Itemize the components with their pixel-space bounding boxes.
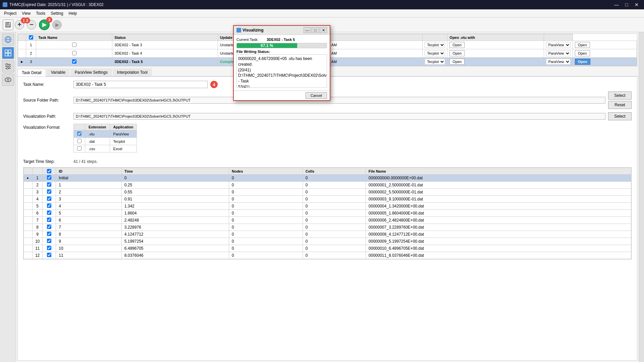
dialog-controls: — □ ✕ [304, 27, 327, 33]
source-folder-input[interactable] [73, 97, 605, 104]
data-check-cell-2[interactable] [43, 189, 56, 196]
data-check-cell-11[interactable] [43, 252, 56, 259]
data-cb-1[interactable] [47, 182, 51, 187]
dat-app-select-1[interactable]: Tecplot [425, 50, 445, 56]
tab-variable[interactable]: Variable [47, 68, 70, 76]
menu-tools[interactable]: Tools [33, 10, 48, 16]
format-check-1[interactable] [74, 138, 85, 145]
row-dat-open-0[interactable]: Open [447, 41, 544, 49]
maximize-button[interactable]: □ [622, 1, 631, 8]
format-table: Extension Application .vtu ParaView .dat… [73, 124, 137, 153]
open-dat-btn-2[interactable]: Open [449, 59, 465, 65]
task-name-input[interactable] [73, 81, 208, 88]
open-vtu-btn-1[interactable]: Open [575, 50, 590, 56]
select-all-checkbox[interactable] [29, 35, 33, 40]
data-cb-9[interactable] [47, 239, 51, 243]
data-filename-2: 00000002_5.5000000E-01.dat [366, 189, 631, 196]
dialog-minimize-button[interactable]: — [304, 27, 311, 33]
data-cb-2[interactable] [47, 189, 51, 194]
viz-path-input[interactable] [73, 113, 605, 120]
close-button[interactable]: ✕ [632, 1, 641, 8]
row-dat-select-1[interactable]: Tecplot [423, 49, 447, 58]
vtu-app-select-2[interactable]: ParaView [546, 59, 571, 65]
reset-button[interactable]: Reset [608, 101, 632, 109]
data-arrow-10 [24, 245, 33, 252]
data-check-cell-7[interactable] [43, 224, 56, 231]
data-check-cell-8[interactable] [43, 231, 56, 238]
select-viz-path-button[interactable]: Select [608, 112, 632, 120]
vtu-app-select-1[interactable]: ParaView [546, 50, 571, 56]
sidebar-icon-2[interactable] [2, 47, 14, 59]
menu-help[interactable]: Help [66, 10, 80, 16]
data-check-cell-6[interactable] [43, 217, 56, 224]
tab-paraview-settings[interactable]: ParaView Settings [70, 68, 112, 76]
row-dat-select-2[interactable]: Tecplot [423, 58, 447, 66]
row-vtu-open-2[interactable]: Open [573, 58, 637, 66]
main-scrollbar[interactable] [639, 32, 644, 362]
data-check-cell-9[interactable] [43, 238, 56, 245]
row-check-2[interactable] [72, 59, 76, 64]
data-check-cell-0[interactable] [43, 175, 56, 182]
row-check-cell-0[interactable] [36, 41, 112, 49]
format-check-2[interactable] [74, 145, 85, 153]
data-cb-10[interactable] [47, 246, 51, 250]
data-check-cell-3[interactable] [43, 196, 56, 203]
data-cb-0[interactable] [47, 175, 51, 180]
data-time-2: 0.55 [121, 189, 229, 196]
data-cb-3[interactable] [47, 196, 51, 201]
data-cells-2: 0 [303, 189, 366, 196]
data-cb-5[interactable] [47, 210, 51, 215]
data-col-filename: File Name [366, 168, 631, 175]
save-button[interactable] [3, 19, 13, 30]
tab-task-detail[interactable]: Task Detail [17, 69, 46, 76]
open-vtu-btn-2[interactable]: Open [575, 59, 590, 65]
data-table-scroll[interactable]: ID Time Nodes Cells File Name ► 1 Initia… [23, 168, 631, 259]
tab-interpolation-tool[interactable]: Interpolation Tool [113, 68, 152, 76]
format-cb-2[interactable] [77, 146, 82, 150]
data-check-cell-4[interactable] [43, 203, 56, 210]
row-vtu-open-0[interactable]: Open [573, 41, 637, 49]
row-vtu-open-1[interactable]: Open [573, 49, 637, 58]
dialog-close-button[interactable]: ✕ [320, 27, 327, 33]
row-vtu-select-0[interactable]: ParaView [544, 41, 573, 49]
sidebar-icon-3[interactable] [2, 60, 14, 72]
row-check-0[interactable] [72, 43, 76, 47]
stop-button[interactable]: ▶ [52, 20, 62, 29]
cancel-button[interactable]: Cancel [306, 92, 327, 99]
dat-app-select-2[interactable]: Tecplot [425, 59, 445, 65]
menu-view[interactable]: View [19, 10, 33, 16]
open-dat-btn-0[interactable]: Open [449, 42, 465, 48]
data-check-cell-10[interactable] [43, 245, 56, 252]
data-cb-6[interactable] [47, 218, 51, 222]
row-dat-select-0[interactable]: Tecplot [423, 41, 447, 49]
vtu-app-select-0[interactable]: ParaView [546, 42, 571, 48]
data-cb-11[interactable] [47, 253, 51, 257]
row-dat-open-2[interactable]: Open [447, 58, 544, 66]
row-check-cell-1[interactable] [36, 49, 112, 58]
data-select-all[interactable] [47, 169, 51, 173]
data-cb-8[interactable] [47, 232, 51, 236]
data-check-cell-5[interactable] [43, 210, 56, 217]
sidebar-icon-1[interactable] [2, 34, 14, 46]
menu-project[interactable]: Project [1, 10, 19, 16]
row-check-cell-2[interactable] [36, 58, 112, 66]
row-vtu-select-1[interactable]: ParaView [544, 49, 573, 58]
open-vtu-btn-0[interactable]: Open [575, 42, 590, 48]
dat-app-select-0[interactable]: Tecplot [425, 42, 445, 48]
row-dat-open-1[interactable]: Open [447, 49, 544, 58]
format-cb-1[interactable] [77, 139, 82, 143]
minimize-button[interactable]: — [612, 1, 621, 8]
status-log: 00000020_4.6672000E+05 .vtu has been cre… [236, 54, 327, 88]
data-check-cell-1[interactable] [43, 182, 56, 189]
row-check-1[interactable] [72, 51, 76, 55]
open-dat-btn-1[interactable]: Open [449, 50, 465, 56]
data-cb-7[interactable] [47, 225, 51, 229]
data-cb-4[interactable] [47, 203, 51, 208]
format-cb-0[interactable] [77, 131, 82, 136]
row-vtu-select-2[interactable]: ParaView [544, 58, 573, 66]
menu-setting[interactable]: Setting [48, 10, 66, 16]
sidebar-icon-4[interactable] [2, 74, 14, 86]
dialog-maximize-button[interactable]: □ [312, 27, 319, 33]
format-check-0[interactable] [74, 130, 85, 138]
select-source-button[interactable]: Select [608, 92, 632, 100]
